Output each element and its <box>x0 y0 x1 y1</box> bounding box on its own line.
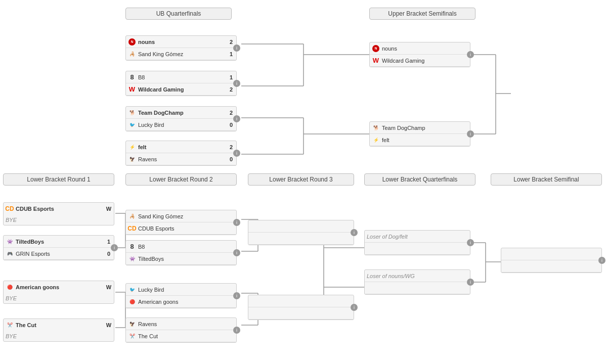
team-loser-nounswg: Loser of nouns/WG <box>365 270 470 282</box>
team-name-agoons-r2: American goons <box>138 299 234 305</box>
team-nouns: N nouns 2 <box>126 36 236 48</box>
info-ubs2[interactable]: i <box>467 130 474 138</box>
team-felt-ubs: ⚡ felt <box>370 134 470 146</box>
team-name-nouns-ubs: nouns <box>382 46 468 52</box>
team-dogchamp-ubq: 🐕 Team DogChamp 2 <box>126 107 236 119</box>
team-loser-dogfelt: Loser of Dog/felt <box>365 231 470 243</box>
info-lbr3m2[interactable]: i <box>351 304 358 311</box>
team-ravens-ubq: 🦅 Ravens 0 <box>126 153 236 165</box>
logo-agoons-r1: 🔴 <box>6 283 14 291</box>
match-lbsf: i <box>501 248 602 273</box>
info-lbr1m2[interactable]: i <box>111 244 118 251</box>
team-name-loser-nounswg: Loser of nouns/WG <box>367 273 468 279</box>
score-felt: 2 <box>228 144 234 150</box>
team-name-cdub-r1: CDUB Esports <box>16 206 104 212</box>
info-lbr3m1[interactable]: i <box>351 229 358 236</box>
logo-nouns-ubs: N <box>372 44 380 53</box>
logo-luckybird-r2: 🐦 <box>128 286 136 294</box>
team-luckybird-r2: 🐦 Lucky Bird <box>126 284 236 296</box>
placeholder-lbr3m2-t1 <box>248 295 354 307</box>
match-ubs2: 🐕 Team DogChamp ⚡ felt i <box>369 121 470 147</box>
team-name-wc: Wildcard Gaming <box>138 86 226 93</box>
logo-sandking1: 🦂 <box>128 50 136 58</box>
info-lbqfm1[interactable]: i <box>467 239 474 246</box>
placeholder-lbr3m2-t2 <box>248 307 354 320</box>
score-b8: 1 <box>228 74 234 80</box>
match-lbr1m4: ✂️ The Cut W BYE <box>3 318 114 342</box>
team-felt-ubq: ⚡ felt 2 <box>126 141 236 153</box>
bye-agoons: BYE <box>4 293 114 303</box>
placeholder-lbsf-t2 <box>501 260 601 272</box>
logo-felt-ubs: ⚡ <box>372 136 380 144</box>
info-ubq2[interactable]: i <box>233 80 240 87</box>
label-ub-quarterfinals: UB Quarterfinals <box>125 8 232 20</box>
match-lbr1m2: 👾 TiltedBoys 1 🎮 GRIN Esports 0 i <box>3 235 114 260</box>
score-ravens: 0 <box>228 156 234 162</box>
team-name-agoons-r1: American goons <box>16 284 104 290</box>
team-dogchamp-ubs: 🐕 Team DogChamp <box>370 122 470 134</box>
logo-agoons-r2: 🔴 <box>128 298 136 306</box>
team-name-wc-ubs: Wildcard Gaming <box>382 58 468 64</box>
logo-dogchamp-ubs: 🐕 <box>372 124 380 132</box>
team-name-sandking-r2: Sand King Gómez <box>138 213 234 219</box>
logo-ravens-r2: 🦅 <box>128 320 136 328</box>
team-name-luckybird: Lucky Bird <box>138 122 226 128</box>
info-lbr2m4[interactable]: i <box>233 327 240 334</box>
match-lbr2m2: 8 B8 👾 TiltedBoys i <box>125 240 237 265</box>
team-name-luckybird-r2: Lucky Bird <box>138 287 234 293</box>
info-ubq1[interactable]: i <box>233 44 240 52</box>
label-lower-bracket-semifinal: Lower Bracket Semifinal <box>491 173 602 186</box>
team-name-dogchamp-ubs: Team DogChamp <box>382 125 468 131</box>
logo-wc-ubs: W <box>372 57 380 65</box>
team-sandking-r2: 🦂 Sand King Gómez <box>126 210 236 222</box>
team-agoons-r1: 🔴 American goons W <box>4 281 114 293</box>
team-name-cdub-r2: CDUB Esports <box>138 225 234 232</box>
logo-luckybird-ubq: 🐦 <box>128 121 136 129</box>
team-name-sandking1: Sand King Gómez <box>138 51 226 57</box>
team-nouns-ubs: N nouns <box>370 42 470 55</box>
info-lbr2m3[interactable]: i <box>233 292 240 299</box>
placeholder-lbqfm1-t2 <box>365 243 470 255</box>
info-lbr2m2[interactable]: i <box>233 249 240 256</box>
bye-cut: BYE <box>4 331 114 341</box>
team-wc-ubs: W Wildcard Gaming <box>370 55 470 67</box>
score-wc: 2 <box>228 86 234 93</box>
label-upper-bracket-semifinals: Upper Bracket Semifinals <box>369 8 475 20</box>
team-name-ravens: Ravens <box>138 156 226 162</box>
logo-b8-ubq: 8 <box>128 73 136 81</box>
team-grin-r1: 🎮 GRIN Esports 0 <box>4 248 114 260</box>
score-dogchamp: 2 <box>228 110 234 116</box>
info-lbsf[interactable]: i <box>598 257 605 264</box>
logo-felt-ubq: ⚡ <box>128 143 136 151</box>
info-ubs1[interactable]: i <box>467 51 474 58</box>
team-name-cut-r1: The Cut <box>16 322 104 328</box>
match-lbr1m3: 🔴 American goons W BYE <box>3 281 114 304</box>
team-luckybird-ubq: 🐦 Lucky Bird 0 <box>126 119 236 131</box>
placeholder-lbqfm2-t2 <box>365 282 470 294</box>
match-ubq1: N nouns 2 🦂 Sand King Gómez 1 i <box>125 35 237 61</box>
match-ubq2: 8 B8 1 W Wildcard Gaming 2 i <box>125 71 237 96</box>
placeholder-lbr3m1-t2 <box>248 233 354 245</box>
logo-cut-r2: ✂️ <box>128 332 136 340</box>
team-name-cut-r2: The Cut <box>138 333 234 339</box>
logo-cdub-r2: CD <box>128 224 136 233</box>
info-ubq4[interactable]: i <box>233 150 240 157</box>
team-name-dogchamp: Team DogChamp <box>138 110 226 116</box>
team-name-grin: GRIN Esports <box>16 251 104 257</box>
score-cut-r1: W <box>106 322 112 328</box>
placeholder-lbsf-t1 <box>501 248 601 260</box>
match-lbr2m4: 🦅 Ravens ✂️ The Cut i <box>125 317 237 343</box>
label-lower-bracket-quarterfinals: Lower Bracket Quarterfinals <box>364 173 475 186</box>
placeholder-lbr3m1-t1 <box>248 220 354 233</box>
bye-cdub: BYE <box>4 215 114 225</box>
team-name-tilted-r2: TiltedBoys <box>138 256 234 262</box>
info-lbqfm2[interactable]: i <box>467 279 474 286</box>
match-lbr3m2: i <box>248 295 354 320</box>
team-name-felt-ubs: felt <box>382 137 468 143</box>
match-lbqfm1: Loser of Dog/felt i <box>364 230 470 255</box>
team-name-nouns: nouns <box>138 39 226 45</box>
info-lbr2m1[interactable]: i <box>233 219 240 226</box>
score-tilted: 1 <box>106 239 112 245</box>
logo-dogchamp-ubq: 🐕 <box>128 109 136 117</box>
info-ubq3[interactable]: i <box>233 115 240 122</box>
